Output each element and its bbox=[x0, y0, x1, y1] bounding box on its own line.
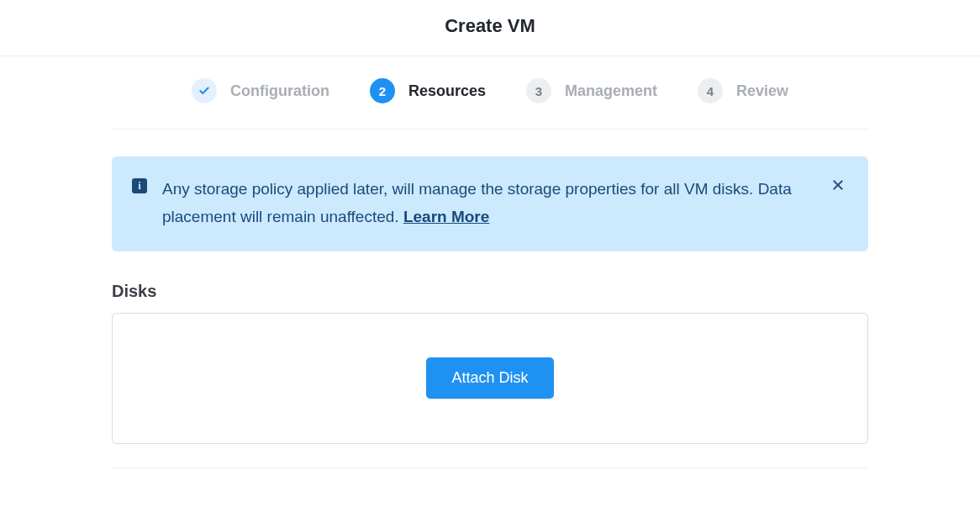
step-configuration[interactable]: Configuration bbox=[192, 78, 329, 103]
check-icon bbox=[198, 85, 210, 97]
step-label: Management bbox=[565, 82, 657, 100]
step-number: 4 bbox=[707, 84, 714, 98]
step-resources[interactable]: 2 Resources bbox=[370, 78, 486, 103]
step-number: 3 bbox=[535, 84, 542, 98]
step-management[interactable]: 3 Management bbox=[526, 78, 657, 103]
step-review[interactable]: 4 Review bbox=[698, 78, 788, 103]
page-header: Create VM bbox=[0, 0, 980, 56]
section-divider bbox=[112, 468, 868, 468]
step-circle-active: 2 bbox=[370, 78, 395, 103]
step-circle-completed bbox=[192, 78, 217, 103]
alert-text: Any storage policy applied later, will m… bbox=[162, 175, 848, 231]
disks-container: Attach Disk bbox=[112, 313, 868, 444]
info-alert: i Any storage policy applied later, will… bbox=[112, 156, 868, 251]
content-area: Configuration 2 Resources 3 Management 4… bbox=[103, 56, 877, 468]
attach-disk-button[interactable]: Attach Disk bbox=[426, 357, 553, 399]
step-label: Review bbox=[736, 82, 788, 100]
learn-more-link[interactable]: Learn More bbox=[403, 208, 489, 225]
info-icon: i bbox=[132, 178, 147, 193]
step-circle-pending: 4 bbox=[698, 78, 723, 103]
step-label: Configuration bbox=[230, 82, 329, 100]
close-icon bbox=[831, 178, 845, 192]
step-circle-pending: 3 bbox=[526, 78, 551, 103]
step-label: Resources bbox=[408, 82, 486, 100]
alert-close-button[interactable] bbox=[828, 175, 848, 195]
step-number: 2 bbox=[379, 84, 386, 98]
disks-section-title: Disks bbox=[112, 282, 868, 301]
page-title: Create VM bbox=[0, 15, 980, 37]
wizard-stepper: Configuration 2 Resources 3 Management 4… bbox=[112, 56, 868, 130]
